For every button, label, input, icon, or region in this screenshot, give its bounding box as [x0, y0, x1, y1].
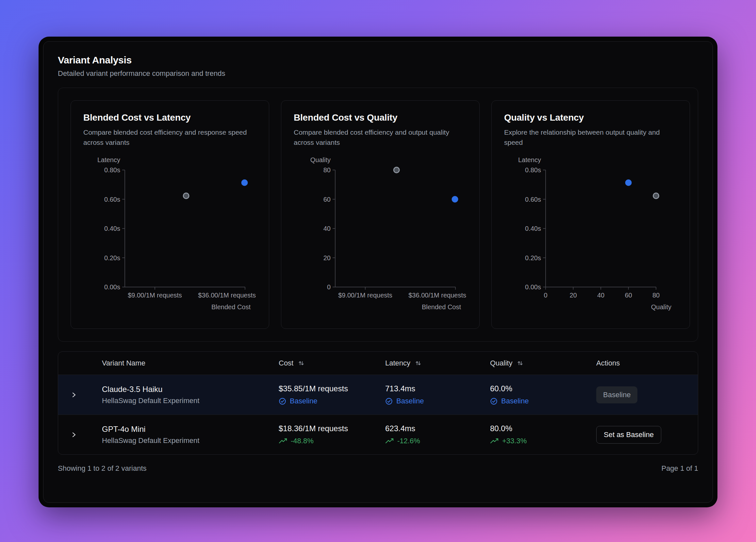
header-latency-sort[interactable]: Latency — [385, 359, 490, 368]
baseline-badge: Baseline — [279, 397, 385, 405]
sort-arrows-icon[interactable] — [517, 360, 523, 367]
chart-title: Blended Cost vs Quality — [294, 112, 467, 123]
svg-text:$9.00/1M requests: $9.00/1M requests — [338, 292, 392, 299]
page-background: Variant Analysis Detailed variant perfor… — [0, 0, 756, 542]
trending-up-icon — [385, 438, 394, 444]
variant-experiment: HellaSwag Default Experiment — [102, 436, 279, 445]
baseline-badge: Baseline — [490, 397, 596, 405]
cost-cell: $35.85/1M requests Baseline — [279, 384, 385, 405]
quality-cell: 60.0% Baseline — [490, 384, 596, 405]
svg-text:0.00s: 0.00s — [104, 284, 120, 291]
svg-text:0.40s: 0.40s — [104, 225, 120, 232]
svg-text:Latency: Latency — [518, 156, 541, 163]
header-variant-name: Variant Name — [102, 359, 279, 368]
quality-cell: 80.0% +33.3% — [490, 424, 596, 445]
expand-row-button[interactable] — [58, 392, 102, 398]
svg-text:0: 0 — [544, 292, 547, 299]
header-label: Cost — [279, 359, 293, 368]
check-circle-icon — [490, 398, 498, 405]
table-row-gpt-4o-mini[interactable]: GPT-4o Mini HellaSwag Default Experiment… — [58, 415, 698, 454]
svg-text:Latency: Latency — [97, 156, 120, 163]
variant-analysis-card: Variant Analysis Detailed variant perfor… — [43, 41, 713, 503]
svg-text:40: 40 — [323, 225, 331, 232]
trending-up-icon — [279, 438, 287, 444]
svg-text:0.20s: 0.20s — [104, 254, 120, 261]
baseline-badge-label: Baseline — [396, 397, 424, 405]
charts-panel: Blended Cost vs Latency Compare blended … — [58, 88, 698, 342]
scatter-plot-cost-latency[interactable]: 0.00s0.20s0.40s0.60s0.80s$9.00/1M reques… — [83, 155, 256, 313]
expand-row-button[interactable] — [58, 432, 102, 438]
sort-arrows-icon[interactable] — [298, 360, 304, 367]
latency-cell: 713.4ms Baseline — [385, 384, 490, 405]
cost-value: $35.85/1M requests — [279, 384, 385, 393]
set-as-baseline-button[interactable]: Set as Baseline — [596, 426, 661, 444]
baseline-button[interactable]: Baseline — [596, 386, 637, 403]
quality-delta: +33.3% — [502, 437, 527, 445]
svg-text:$9.00/1M requests: $9.00/1M requests — [128, 292, 182, 299]
svg-text:Quality: Quality — [310, 156, 331, 163]
header-label: Latency — [385, 359, 410, 368]
variant-name-cell: Claude-3.5 Haiku HellaSwag Default Exper… — [102, 385, 279, 405]
chart-title: Blended Cost vs Latency — [83, 112, 256, 123]
svg-text:20: 20 — [323, 254, 331, 261]
variant-name-cell: GPT-4o Mini HellaSwag Default Experiment — [102, 425, 279, 445]
svg-text:0.80s: 0.80s — [104, 166, 120, 173]
svg-text:Blended Cost: Blended Cost — [422, 304, 461, 311]
sort-arrows-icon[interactable] — [415, 360, 421, 367]
header-actions: Actions — [596, 359, 698, 368]
cost-delta: -48.8% — [291, 437, 314, 445]
header-label: Actions — [596, 359, 620, 368]
page-title: Variant Analysis — [58, 55, 698, 66]
svg-text:0.60s: 0.60s — [525, 196, 541, 203]
header-cost-sort[interactable]: Cost — [279, 359, 385, 368]
quality-value: 80.0% — [490, 424, 596, 433]
table-row-claude-35-haiku[interactable]: Claude-3.5 Haiku HellaSwag Default Exper… — [58, 375, 698, 415]
baseline-badge-label: Baseline — [290, 397, 317, 405]
check-circle-icon — [385, 398, 393, 405]
svg-text:0.40s: 0.40s — [525, 225, 541, 232]
svg-text:0.60s: 0.60s — [104, 196, 120, 203]
chevron-right-icon — [71, 432, 77, 438]
chart-card-quality-latency: Quality vs Latency Explore the relations… — [491, 100, 690, 329]
variants-table: Variant Name Cost Latency Quality Action… — [58, 352, 698, 455]
check-circle-icon — [279, 398, 286, 405]
actions-cell: Baseline — [596, 386, 698, 403]
chart-card-cost-latency: Blended Cost vs Latency Compare blended … — [71, 100, 269, 329]
svg-text:0.20s: 0.20s — [525, 254, 541, 261]
results-summary: Showing 1 to 2 of 2 variants — [58, 464, 147, 473]
baseline-badge: Baseline — [385, 397, 490, 405]
svg-text:60: 60 — [625, 292, 632, 299]
chart-title: Quality vs Latency — [504, 112, 677, 123]
scatter-plot-quality-latency[interactable]: 0.00s0.20s0.40s0.60s0.80s020406080Latenc… — [504, 155, 677, 313]
svg-text:Quality: Quality — [651, 304, 671, 311]
header-quality-sort[interactable]: Quality — [490, 359, 596, 368]
latency-value: 713.4ms — [385, 384, 490, 393]
chart-subtitle: Compare blended cost efficiency and resp… — [83, 127, 251, 147]
header-label: Variant Name — [102, 359, 145, 368]
scatter-plot-cost-quality[interactable]: 020406080$9.00/1M requests$36.00/1M requ… — [294, 155, 467, 313]
variant-experiment: HellaSwag Default Experiment — [102, 397, 279, 405]
table-header-row: Variant Name Cost Latency Quality Action… — [58, 352, 698, 375]
quality-value: 60.0% — [490, 384, 596, 393]
latency-value: 623.4ms — [385, 424, 490, 433]
delta-badge: -48.8% — [279, 437, 385, 445]
delta-badge: -12.6% — [385, 437, 490, 445]
table-footer: Showing 1 to 2 of 2 variants Page 1 of 1 — [58, 464, 698, 473]
header-label: Quality — [490, 359, 512, 368]
cost-cell: $18.36/1M requests -48.8% — [279, 424, 385, 445]
page-subtitle: Detailed variant performance comparison … — [58, 69, 698, 78]
chevron-right-icon — [71, 392, 77, 398]
svg-text:0: 0 — [327, 284, 331, 291]
svg-text:Blended Cost: Blended Cost — [211, 304, 251, 311]
page-indicator: Page 1 of 1 — [661, 464, 698, 473]
trending-up-icon — [490, 438, 499, 444]
variant-name: Claude-3.5 Haiku — [102, 385, 279, 394]
svg-text:0.80s: 0.80s — [525, 166, 541, 173]
chart-card-cost-quality: Blended Cost vs Quality Compare blended … — [281, 100, 480, 329]
delta-badge: +33.3% — [490, 437, 596, 445]
baseline-badge-label: Baseline — [501, 397, 529, 405]
svg-text:80: 80 — [323, 166, 331, 173]
variant-name: GPT-4o Mini — [102, 425, 279, 434]
svg-text:40: 40 — [597, 292, 604, 299]
svg-text:20: 20 — [569, 292, 577, 299]
